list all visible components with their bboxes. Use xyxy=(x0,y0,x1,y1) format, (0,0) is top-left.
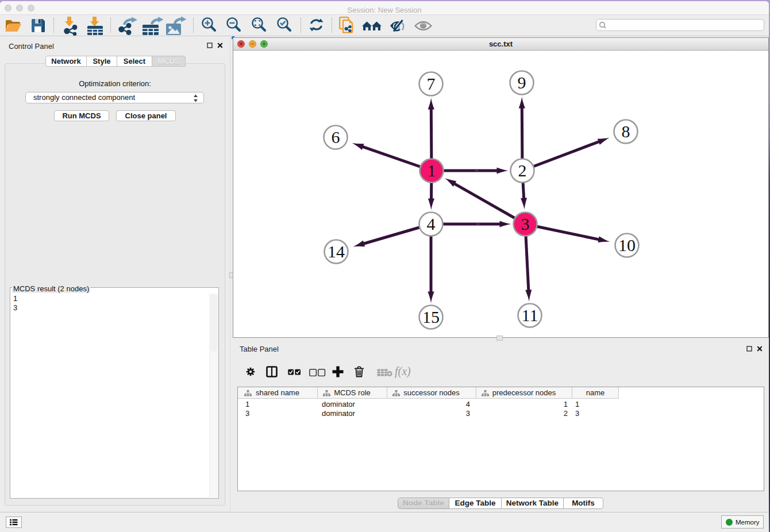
svg-text:14: 14 xyxy=(328,242,345,261)
svg-text:9: 9 xyxy=(518,73,526,92)
svg-text:7: 7 xyxy=(427,74,436,93)
svg-text:10: 10 xyxy=(618,236,636,255)
svg-text:6: 6 xyxy=(332,128,340,147)
svg-text:2: 2 xyxy=(518,161,527,180)
svg-text:3: 3 xyxy=(521,214,530,233)
svg-text:Memory: Memory xyxy=(736,519,760,526)
svg-text:1: 1 xyxy=(428,161,436,180)
svg-text:15: 15 xyxy=(422,307,440,326)
svg-text:11: 11 xyxy=(522,306,538,325)
svg-text:8: 8 xyxy=(622,122,630,141)
svg-text:4: 4 xyxy=(427,214,436,233)
